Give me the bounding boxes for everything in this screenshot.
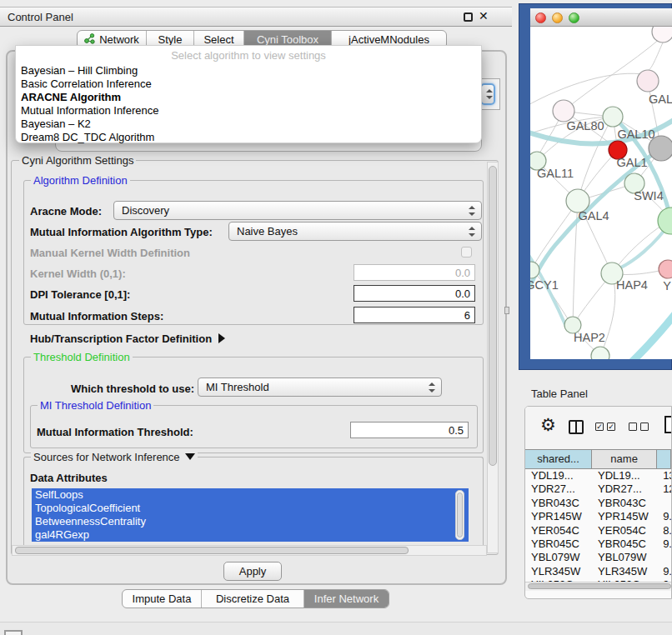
apply-button[interactable]: Apply	[223, 562, 282, 581]
close-panel-icon[interactable]: ✕	[479, 9, 489, 22]
aracne-mode-combo[interactable]: Discovery	[113, 201, 482, 220]
bottom-tabbar: Impute Data Discretize Data Infer Networ…	[122, 589, 389, 608]
table-row[interactable]: YDR27...YDR27...12	[525, 482, 671, 496]
settings-vertical-scrollbar[interactable]	[487, 162, 499, 553]
export-table-icon[interactable]	[664, 416, 672, 433]
deselect-all-checkboxes-icon[interactable]	[629, 422, 649, 431]
float-panel-icon[interactable]	[464, 12, 473, 22]
table-cell: YBL079W	[525, 551, 592, 564]
table-cell	[657, 497, 671, 510]
data-attributes-list[interactable]: SelfLoopsTopologicalCoefficientBetweenne…	[32, 488, 469, 542]
settings-horizontal-scrollbar[interactable]	[12, 545, 487, 556]
algorithm-option[interactable]: Dream8 DC_TDC Algorithm	[19, 131, 478, 144]
algorithm-option[interactable]: Basic Correlation Inference	[19, 78, 478, 91]
network-node[interactable]	[652, 27, 672, 42]
algorithm-option[interactable]: Bayesian – Hill Climbing	[19, 64, 478, 78]
table-cell: YPR145W	[525, 510, 592, 523]
attributes-scrollbar[interactable]	[455, 490, 464, 540]
table-row[interactable]: YLR345WYLR345W9.	[525, 565, 671, 578]
expander-collapsed-icon	[218, 333, 225, 343]
column-header-shared-name[interactable]: shared...	[525, 449, 592, 469]
tab-cyni-toolbox-label: Cyni Toolbox	[257, 33, 318, 46]
network-node[interactable]	[658, 208, 672, 234]
network-window-titlebar[interactable]	[530, 8, 672, 27]
gear-icon[interactable]: ⚙	[540, 415, 556, 435]
table-cell: YER054C	[525, 524, 592, 538]
tab-style-label: Style	[158, 33, 183, 46]
kernel-width-input[interactable]	[354, 264, 475, 281]
mi-algorithm-type-value: Naive Bayes	[237, 225, 298, 238]
network-node[interactable]	[603, 107, 623, 127]
table-cell: YLR345W	[525, 565, 592, 578]
table-cell: 8.	[657, 524, 671, 538]
window-minimize-icon[interactable]	[552, 12, 563, 23]
control-panel-title: Control Panel	[8, 11, 73, 23]
network-edge-highlighted[interactable]	[629, 312, 672, 359]
dpi-tolerance-label: DPI Tolerance [0,1]:	[30, 288, 130, 301]
table-row[interactable]: YPR145WYPR145W9.	[525, 510, 671, 523]
table-cell: YDR27...	[525, 482, 592, 496]
network-edge[interactable]	[530, 73, 648, 107]
mi-steps-input[interactable]	[354, 307, 475, 323]
data-attribute-item[interactable]: gal4RGexp	[32, 528, 469, 542]
table-row[interactable]: YBR043CYBR043C	[525, 497, 671, 510]
which-threshold-value: MI Threshold	[206, 381, 269, 393]
tab-discretize-data[interactable]: Discretize Data	[202, 590, 304, 608]
data-attribute-item[interactable]: SelfLoops	[32, 488, 469, 502]
aracne-mode-value: Discovery	[122, 204, 169, 217]
sources-legend[interactable]: Sources for Network Inference	[31, 451, 198, 463]
table-cell: 9.	[657, 565, 671, 578]
tab-infer-network[interactable]: Infer Network	[304, 590, 389, 608]
table-row[interactable]: YDL19...YDL19...13	[525, 469, 671, 482]
algorithm-option[interactable]: ARACNE Algorithm	[19, 91, 478, 104]
table-body[interactable]: YDL19...YDL19...13YDR27...YDR27...12YBR0…	[525, 469, 671, 582]
which-threshold-label: Which threshold to use:	[71, 382, 194, 395]
column-layout-icon[interactable]	[569, 420, 584, 434]
table-cell	[657, 551, 671, 564]
mi-threshold-input[interactable]	[350, 422, 469, 438]
network-node-label: GAL11	[537, 167, 574, 180]
network-node[interactable]	[591, 347, 609, 359]
table-cell: YBR045C	[525, 538, 592, 551]
network-node[interactable]	[659, 260, 672, 278]
algorithm-option[interactable]: Mutual Information Inference	[19, 104, 478, 118]
manual-kernel-width-checkbox[interactable]	[461, 247, 472, 258]
algorithm-dropdown-list: Bayesian – Hill ClimbingBasic Correlatio…	[19, 64, 478, 144]
table-cell: YBL079W	[592, 551, 657, 564]
mi-threshold-label: Mutual Information Threshold:	[37, 426, 193, 438]
network-node[interactable]	[637, 70, 659, 92]
corner-panel-icon[interactable]	[4, 630, 23, 635]
aracne-mode-label: Aracne Mode:	[30, 205, 102, 218]
network-node[interactable]	[530, 262, 539, 278]
table-row[interactable]: YER054CYER054C8.	[525, 524, 671, 538]
table-cell: 9.	[657, 538, 671, 551]
data-attribute-item[interactable]: BetweennessCentrality	[32, 515, 469, 528]
select-all-checkboxes-icon[interactable]: ✓✓	[595, 422, 615, 431]
tab-jactivemnodules-label: jActiveMNodules	[349, 33, 429, 46]
column-header-partial[interactable]	[657, 449, 671, 469]
dpi-tolerance-input[interactable]	[354, 285, 475, 302]
hub-definition-expander[interactable]: Hub/Transcription Factor Definition	[30, 332, 225, 345]
screen: Control Panel ✕ Network Style Select C	[0, 0, 672, 635]
network-view[interactable]: GALGAL80GAL10GAL1GAL11SWI4GAL4GCY1HAP4YH…	[530, 27, 672, 359]
mi-steps-label: Mutual Information Steps:	[30, 310, 163, 322]
panel-resize-grip[interactable]	[504, 307, 509, 314]
window-zoom-icon[interactable]	[569, 12, 579, 23]
table-cell: YBR045C	[592, 538, 657, 551]
table-horizontal-scrollbar[interactable]	[525, 582, 671, 591]
algorithm-dropdown-popup: Select algorithm to view settings Bayesi…	[15, 45, 482, 143]
hub-definition-label: Hub/Transcription Factor Definition	[30, 332, 212, 345]
table-row[interactable]: YBL079WYBL079W	[525, 551, 671, 564]
network-edge[interactable]	[531, 201, 578, 270]
window-close-icon[interactable]	[535, 12, 546, 23]
which-threshold-combo[interactable]: MI Threshold	[198, 378, 442, 397]
algorithm-option[interactable]: Bayesian – K2	[19, 118, 478, 131]
data-attribute-item[interactable]: TopologicalCoefficient	[32, 502, 469, 515]
combo-stepper-icon	[468, 206, 475, 216]
column-header-name[interactable]: name	[592, 449, 657, 469]
mi-algorithm-type-combo[interactable]: Naive Bayes	[228, 222, 482, 241]
manual-kernel-width-label: Manual Kernel Width Definition	[30, 247, 190, 259]
table-row[interactable]: YBR045CYBR045C9.	[525, 538, 671, 551]
tab-impute-data[interactable]: Impute Data	[123, 590, 202, 608]
network-node-label: GAL80	[566, 119, 604, 132]
